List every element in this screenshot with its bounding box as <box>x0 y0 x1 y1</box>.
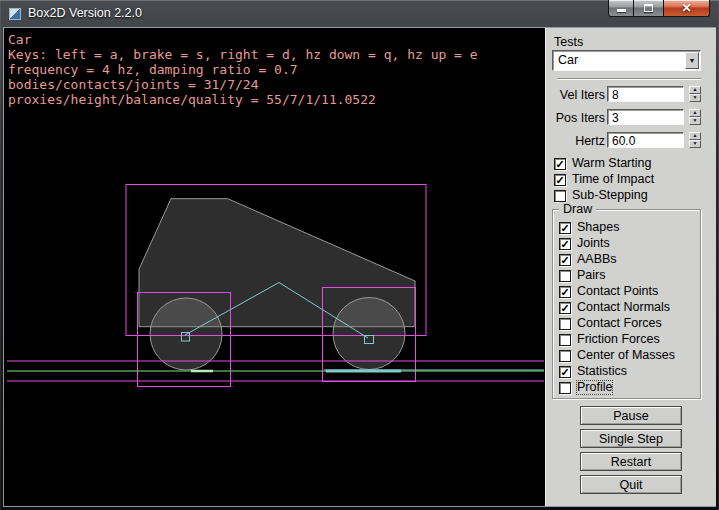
client-area: CarKeys: left = a, brake = s, right = d,… <box>3 27 716 507</box>
checkbox-box[interactable]: ✓ <box>559 302 571 314</box>
pos-iters-up-button[interactable]: ▲ <box>689 109 701 117</box>
checkbox-box[interactable] <box>559 382 571 394</box>
checkbox-label: Statistics <box>577 365 627 378</box>
checkbox-label: Center of Masses <box>577 349 675 362</box>
vel-iters-up-button[interactable]: ▲ <box>689 86 701 94</box>
pos-iters-down-button[interactable]: ▼ <box>689 117 701 125</box>
hertz-row: Hertz 60.0 ▲ ▼ <box>546 132 717 148</box>
checkbox-box[interactable] <box>559 270 571 282</box>
checkbox-label: Joints <box>577 237 610 250</box>
pos-iters-label: Pos Iters <box>556 111 605 125</box>
checkbox-label: Contact Forces <box>577 317 662 330</box>
window-controls: ✕ <box>608 0 710 17</box>
checkbox-profile[interactable]: Profile <box>559 381 612 394</box>
checkbox-time-of-impact[interactable]: ✓ Time of Impact <box>554 173 654 186</box>
window-title: Box2D Version 2.2.0 <box>28 6 142 20</box>
checkbox-friction-forces[interactable]: Friction Forces <box>559 333 660 346</box>
control-panel: Tests Car ▼ Vel Iters 8 ▲ ▼ Pos Iters 3 … <box>545 28 716 506</box>
tests-dropdown-button[interactable]: ▼ <box>685 52 699 69</box>
checkbox-label: AABBs <box>577 253 617 266</box>
checkbox-box[interactable]: ✓ <box>559 254 571 266</box>
minimize-icon <box>617 9 626 12</box>
arrow-up-icon: ▲ <box>693 86 698 92</box>
checkbox-box[interactable]: ✓ <box>554 158 566 170</box>
hertz-spinner: ▲ ▼ <box>689 132 701 148</box>
vel-iters-spinner: ▲ ▼ <box>689 86 701 102</box>
checkbox-pairs[interactable]: Pairs <box>559 269 605 282</box>
title-bar[interactable]: Box2D Version 2.2.0 ✕ <box>0 0 719 27</box>
app-window: Box2D Version 2.2.0 ✕ <box>0 0 719 510</box>
vel-iters-input[interactable]: 8 <box>607 86 684 102</box>
arrow-down-icon: ▼ <box>693 94 698 100</box>
checkbox-sub-stepping[interactable]: Sub-Stepping <box>554 189 648 202</box>
arrow-up-icon: ▲ <box>693 109 698 115</box>
quit-button[interactable]: Quit <box>580 475 682 494</box>
checkbox-shapes[interactable]: ✓ Shapes <box>559 221 619 234</box>
checkbox-contact-forces[interactable]: Contact Forces <box>559 317 662 330</box>
checkbox-label: Shapes <box>577 221 619 234</box>
tests-label: Tests <box>554 35 583 49</box>
checkbox-contact-normals[interactable]: ✓ Contact Normals <box>559 301 670 314</box>
pause-button[interactable]: Pause <box>580 406 682 425</box>
close-icon: ✕ <box>681 2 691 14</box>
chevron-down-icon: ▼ <box>689 57 696 64</box>
checkbox-box[interactable]: ✓ <box>554 174 566 186</box>
checkbox-label: Sub-Stepping <box>572 189 648 202</box>
stats-line-proxies: proxies/height/balance/quality = 55/7/1/… <box>8 92 376 107</box>
checkbox-label: Warm Starting <box>572 157 651 170</box>
arrow-down-icon: ▼ <box>693 117 698 123</box>
front-wheel <box>333 298 405 370</box>
checkbox-label: Time of Impact <box>572 173 654 186</box>
checkbox-label: Pairs <box>577 269 605 282</box>
checkbox-label: Profile <box>577 381 612 394</box>
checkbox-label: Contact Normals <box>577 301 670 314</box>
restart-button[interactable]: Restart <box>580 452 682 471</box>
checkbox-center-of-masses[interactable]: Center of Masses <box>559 349 675 362</box>
checkbox-box[interactable] <box>559 334 571 346</box>
stats-line-bodies: bodies/contacts/joints = 31/7/24 <box>8 77 258 92</box>
pos-iters-row: Pos Iters 3 ▲ ▼ <box>546 109 717 125</box>
hertz-label: Hertz <box>575 134 605 148</box>
close-button[interactable]: ✕ <box>663 0 710 17</box>
checkbox-box[interactable]: ✓ <box>559 366 571 378</box>
tests-dropdown[interactable]: Car ▼ <box>552 50 701 71</box>
pos-iters-spinner: ▲ ▼ <box>689 109 701 125</box>
single-step-button[interactable]: Single Step <box>580 429 682 448</box>
simulation-canvas[interactable]: CarKeys: left = a, brake = s, right = d,… <box>4 28 545 506</box>
hertz-input[interactable]: 60.0 <box>607 132 684 148</box>
tests-dropdown-value: Car <box>558 53 578 67</box>
stats-line-title: Car <box>8 32 31 47</box>
app-icon <box>9 8 21 20</box>
maximize-button[interactable] <box>634 0 663 17</box>
draw-group-label: Draw <box>559 202 596 216</box>
vel-iters-row: Vel Iters 8 ▲ ▼ <box>546 86 717 102</box>
maximize-icon <box>644 4 653 12</box>
checkbox-box[interactable] <box>554 190 566 202</box>
checkbox-box[interactable]: ✓ <box>559 286 571 298</box>
arrow-down-icon: ▼ <box>693 140 698 146</box>
hertz-down-button[interactable]: ▼ <box>689 140 701 148</box>
vel-iters-label: Vel Iters <box>560 88 605 102</box>
arrow-up-icon: ▲ <box>693 132 698 138</box>
stats-text: CarKeys: left = a, brake = s, right = d,… <box>8 32 478 107</box>
stats-line-frequency: frequency = 4 hz, damping ratio = 0.7 <box>8 62 298 77</box>
checkbox-label: Friction Forces <box>577 333 660 346</box>
hertz-up-button[interactable]: ▲ <box>689 132 701 140</box>
vel-iters-down-button[interactable]: ▼ <box>689 94 701 102</box>
stats-line-keys: Keys: left = a, brake = s, right = d, hz… <box>8 47 478 62</box>
checkbox-label: Contact Points <box>577 285 658 298</box>
separator <box>557 78 701 80</box>
checkbox-aabbs[interactable]: ✓ AABBs <box>559 253 617 266</box>
minimize-button[interactable] <box>608 0 634 17</box>
checkbox-box[interactable]: ✓ <box>559 222 571 234</box>
checkbox-contact-points[interactable]: ✓ Contact Points <box>559 285 658 298</box>
pos-iters-input[interactable]: 3 <box>607 109 684 125</box>
checkbox-box[interactable]: ✓ <box>559 238 571 250</box>
checkbox-statistics[interactable]: ✓ Statistics <box>559 365 627 378</box>
checkbox-warm-starting[interactable]: ✓ Warm Starting <box>554 157 651 170</box>
checkbox-box[interactable] <box>559 350 571 362</box>
checkbox-box[interactable] <box>559 318 571 330</box>
checkbox-joints[interactable]: ✓ Joints <box>559 237 610 250</box>
